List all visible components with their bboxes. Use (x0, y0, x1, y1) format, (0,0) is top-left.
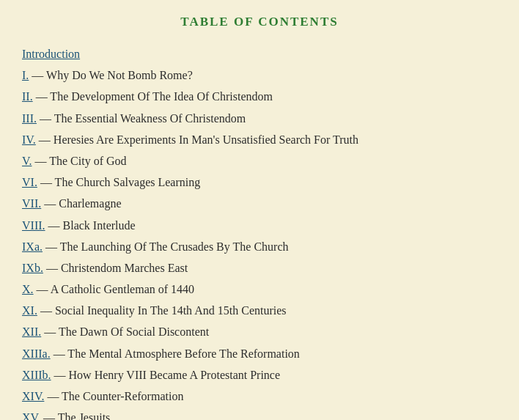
entry-text: — The Launching Of The Crusades By The C… (43, 240, 289, 253)
list-item: XIV. — The Counter-Reformation (22, 386, 497, 406)
list-item: IXa. — The Launching Of The Crusades By … (22, 237, 497, 257)
entry-text: — Social Inequality In The 14th And 15th… (37, 304, 287, 317)
toc-link-iv[interactable]: IV. (22, 133, 36, 146)
entry-text: — Heresies Are Experiments In Man's Unsa… (36, 133, 358, 146)
toc-link-xi[interactable]: XI. (22, 304, 37, 317)
list-item: IXb. — Christendom Marches East (22, 258, 497, 278)
toc-link-vii[interactable]: VII. (22, 197, 41, 210)
toc-link-i[interactable]: I. (22, 69, 29, 81)
toc-link-xiv[interactable]: XIV. (22, 390, 44, 402)
toc-link-xiiib[interactable]: XIIIb. (22, 369, 51, 381)
entry-text: — A Catholic Gentleman of 1440 (34, 283, 195, 295)
list-item: X. — A Catholic Gentleman of 1440 (22, 279, 497, 299)
list-item: III. — The Essential Weakness Of Christe… (22, 108, 497, 128)
toc-link-vi[interactable]: VI. (22, 176, 37, 188)
toc-link-v[interactable]: V. (22, 155, 32, 167)
entry-text: — The Mental Atmosphere Before The Refor… (51, 347, 300, 360)
entry-text: — Black Interlude (45, 219, 136, 232)
list-item: XI. — Social Inequality In The 14th And … (22, 301, 497, 320)
toc-link-viii[interactable]: VIII. (22, 219, 45, 232)
list-item: XII. — The Dawn Of Social Discontent (22, 322, 497, 342)
entry-text: — The Church Salvages Learning (37, 176, 200, 188)
entry-text: — How Henry VIII Became A Protestant Pri… (51, 369, 281, 381)
entry-text: — The City of God (32, 155, 127, 167)
entry-text: — The Dawn Of Social Discontent (41, 325, 209, 338)
list-item: VIII. — Black Interlude (22, 215, 497, 235)
toc-link-ixa[interactable]: IXa. (22, 240, 43, 253)
toc-link-iii[interactable]: III. (22, 112, 37, 125)
page-title: TABLE OF CONTENTS (22, 15, 497, 29)
list-item: I. — Why Do We Not Bomb Rome? (22, 65, 497, 85)
toc-link-x[interactable]: X. (22, 283, 34, 295)
entry-text: — The Counter-Reformation (44, 390, 183, 402)
entry-text: — Christendom Marches East (43, 262, 188, 274)
toc-link-xii[interactable]: XII. (22, 325, 41, 338)
list-item: XIIIb. — How Henry VIII Became A Protest… (22, 365, 497, 385)
toc-link-intro[interactable]: Introduction (22, 48, 80, 60)
entry-text: — The Jesuits (40, 411, 110, 420)
toc-link-ixb[interactable]: IXb. (22, 262, 43, 274)
toc-link-xiiia[interactable]: XIIIa. (22, 347, 51, 360)
list-item: V. — The City of God (22, 151, 497, 171)
toc-list: IntroductionI. — Why Do We Not Bomb Rome… (22, 44, 497, 420)
list-item: VII. — Charlemagne (22, 194, 497, 213)
list-item: VI. — The Church Salvages Learning (22, 172, 497, 192)
list-item: XV. — The Jesuits (22, 408, 497, 420)
toc-link-xv[interactable]: XV. (22, 411, 40, 420)
entry-text: — Charlemagne (41, 197, 121, 210)
toc-link-ii[interactable]: II. (22, 90, 33, 103)
entry-text: — The Development Of The Idea Of Christe… (33, 90, 273, 103)
list-item: Introduction (22, 44, 497, 64)
entry-text: — The Essential Weakness Of Christendom (37, 112, 246, 125)
entry-text: — Why Do We Not Bomb Rome? (29, 69, 192, 81)
list-item: II. — The Development Of The Idea Of Chr… (22, 86, 497, 106)
list-item: XIIIa. — The Mental Atmosphere Before Th… (22, 344, 497, 364)
list-item: IV. — Heresies Are Experiments In Man's … (22, 130, 497, 150)
